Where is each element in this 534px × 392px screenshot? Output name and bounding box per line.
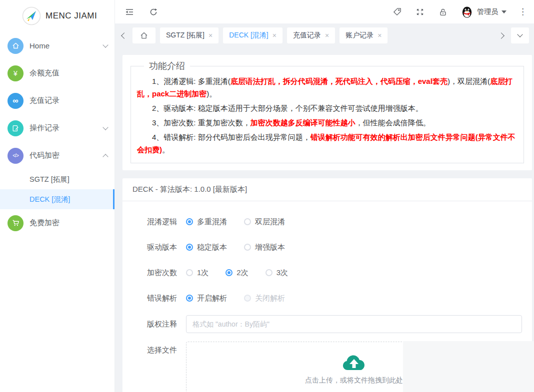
radio-2-times[interactable]: 2次 [226,268,248,278]
tab-label: 账户记录 [346,31,374,40]
intro-paragraph: 4、错误解析: 部分代码加密后会出现异常问题，错误解析功能可有效的解析出加密后文… [137,131,518,156]
field-label: 驱动版本 [122,239,186,256]
sidebar-item-balance-recharge[interactable]: ¥ 余额充值 [0,59,114,87]
radio-icon [244,244,251,251]
upload-hint-text: 点击上传，或将文件拖拽到此处 [305,376,403,385]
radio-label: 增强版本 [255,243,285,252]
form-row-times: 加密次数 1次 2次 3次 [122,264,522,281]
radio-icon [186,218,193,225]
user-name: 管理员 [477,7,498,16]
tabbar: SGTZ [拓展] × DECK [混淆] × 充值记录 × 账户记录 × [115,23,534,47]
radio-label: 3次 [276,268,288,278]
tab-account-record[interactable]: 账户记录 × [340,27,388,43]
close-tab-icon[interactable]: × [272,32,276,39]
app-logo: MENC JIAMI [0,0,114,32]
chevron-down-icon [102,42,108,47]
tabs-scroll-right-icon[interactable] [498,31,506,40]
radio-label: 多重混淆 [197,217,227,227]
radio-enhanced-version[interactable]: 增强版本 [244,243,285,252]
radio-icon [226,269,232,276]
chevron-down-icon [102,124,108,130]
user-menu[interactable]: 管理员 [460,5,506,18]
overlay-panel [403,341,534,392]
sidebar-item-home[interactable]: Home [0,32,114,59]
chevron-up-icon [102,154,108,159]
radio-icon [244,218,251,225]
free-encrypt-icon [8,215,24,231]
tab-label: DECK [混淆] [229,31,268,40]
field-label: 选择文件 [122,342,186,359]
radio-label: 开启解析 [197,294,227,303]
sidebar-item-recharge-record[interactable]: ∞ 充值记录 [0,87,114,114]
intro-paragraph: 1、混淆逻辑: 多重混淆(底层语法打乱，拆分代码混淆，死代码注入，代码压缩，ev… [137,75,518,100]
radio-label: 关闭解析 [255,294,285,303]
intro-paragraph: 3、加密次数: 重复加密次数，加密次数越多反编译可能性越小，但性能会成倍降低。 [137,116,518,129]
app-title: MENC JIAMI [46,11,97,21]
sidebar-item-label: 余额充值 [30,68,108,78]
tab-label: SGTZ [拓展] [166,31,204,40]
radio-label: 1次 [197,268,208,278]
radio-icon [266,269,272,276]
cloud-upload-icon [342,354,366,372]
form-header: DECK - 算法版本: 1.0.0 [最新版本] [122,178,532,201]
qq-penguin-avatar [460,5,474,18]
sidebar-subitem-deck[interactable]: DECK [混淆] [0,189,114,209]
field-label: 混淆逻辑 [122,213,186,230]
refresh-icon[interactable] [148,6,159,17]
intro-card: 功能介绍 1、混淆逻辑: 多重混淆(底层语法打乱，拆分代码混淆，死代码注入，代码… [122,55,532,170]
subitem-label: SGTZ [拓展] [30,175,70,184]
close-tab-icon[interactable]: × [378,32,382,39]
field-label: 版权注释 [122,316,186,333]
sidebar-subitem-sgtz[interactable]: SGTZ [拓展] [0,169,114,189]
radio-label: 2次 [236,268,248,278]
close-tab-icon[interactable]: × [325,32,329,39]
radio-icon [186,244,193,251]
kebab-menu-icon[interactable]: ⋮ [518,7,527,16]
tag-icon[interactable] [392,6,402,17]
caret-down-icon [502,10,506,13]
radio-enable-parse[interactable]: 开启解析 [186,294,227,303]
radio-multi-obfuscation[interactable]: 多重混淆 [186,217,227,227]
tabs-dropdown-button[interactable] [511,27,529,43]
close-tab-icon[interactable]: × [208,32,212,39]
menu-fold-icon[interactable] [124,6,135,17]
radio-icon [186,269,193,276]
topbar: 管理员 ⋮ [115,0,534,23]
sidebar-item-label: 免费加密 [30,218,108,228]
form-row-obfuscation: 混淆逻辑 多重混淆 双层混淆 [122,213,522,230]
fullscreen-icon[interactable] [414,6,426,17]
radio-1-time[interactable]: 1次 [186,268,208,278]
radio-3-times[interactable]: 3次 [266,268,288,278]
tab-recharge-record[interactable]: 充值记录 × [287,27,335,43]
tab-sgtz[interactable]: SGTZ [拓展] × [160,27,218,43]
sidebar-item-code-encrypt[interactable]: </> 代码加密 [0,142,114,169]
sidebar-item-label: 充值记录 [30,96,108,105]
tab-home[interactable] [132,27,156,43]
copyright-input[interactable] [186,315,522,333]
tabs-scroll-left-icon[interactable] [119,31,128,40]
main-area: 管理员 ⋮ SGTZ [拓展] × DECK [混淆] × [115,0,534,392]
unlock-icon[interactable] [438,6,448,17]
form-row-driver: 驱动版本 稳定版本 增强版本 [122,239,522,256]
radio-icon [186,295,193,302]
recharge-record-icon: ∞ [8,93,24,109]
sidebar-item-free-encrypt[interactable]: 免费加密 [0,209,114,237]
rocket-logo-icon [22,6,41,25]
subitem-label: DECK [混淆] [30,195,70,204]
intro-paragraph: 2、驱动版本: 稳定版本适用于大部分场景，个别不兼容文件可尝试使用增强版本。 [137,102,518,114]
sidebar-item-label: 代码加密 [30,151,104,160]
field-label: 错误解析 [122,290,186,307]
form-row-copyright: 版权注释 [122,315,522,333]
sidebar-item-operation-record[interactable]: 操作记录 [0,114,114,142]
operation-record-icon [8,120,24,136]
radio-icon [244,295,251,302]
radio-double-obfuscation[interactable]: 双层混淆 [244,217,285,227]
form-row-error-parse: 错误解析 开启解析 关闭解析 [122,290,522,307]
home-icon [8,38,24,54]
radio-label: 稳定版本 [197,243,227,252]
radio-disable-parse: 关闭解析 [244,294,285,303]
intro-box: 功能介绍 1、混淆逻辑: 多重混淆(底层语法打乱，拆分代码混淆，死代码注入，代码… [130,60,524,163]
radio-stable-version[interactable]: 稳定版本 [186,243,227,252]
sidebar: MENC JIAMI Home ¥ 余额充值 ∞ 充值记录 操作记录 </> [0,0,115,392]
tab-deck[interactable]: DECK [混淆] × [223,27,282,43]
